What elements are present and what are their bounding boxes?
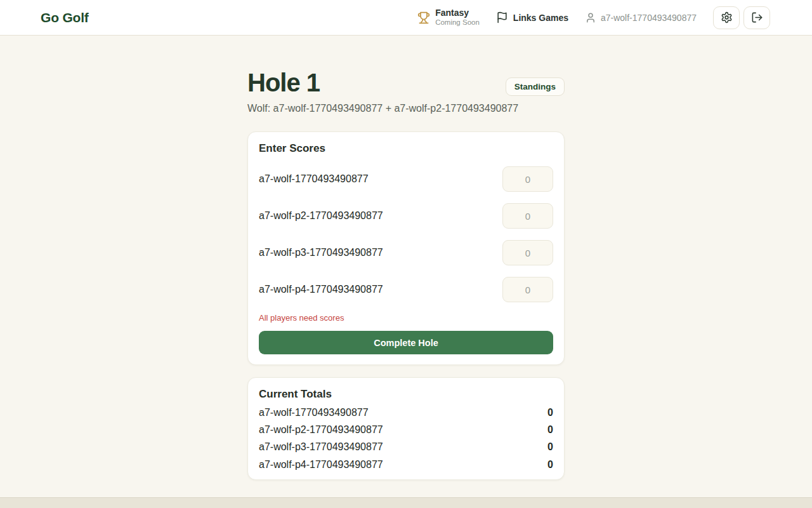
complete-hole-button[interactable]: Complete Hole <box>259 331 553 354</box>
score-input-p3[interactable] <box>502 240 553 265</box>
score-row: a7-wolf-p4-1770493490877 <box>259 277 553 302</box>
brand-logo[interactable]: Go Golf <box>41 10 89 25</box>
user-chip[interactable]: a7-wolf-1770493490877 <box>585 12 697 23</box>
total-player-name: a7-wolf-p4-1770493490877 <box>259 458 383 471</box>
total-player-name: a7-wolf-p2-1770493490877 <box>259 424 383 436</box>
total-row: a7-wolf-p2-1770493490877 0 <box>259 424 553 436</box>
validation-message: All players need scores <box>259 313 553 323</box>
total-row: a7-wolf-1770493490877 0 <box>259 406 553 418</box>
app-header: Go Golf Fantasy Coming Soon <box>0 0 812 36</box>
total-row: a7-wolf-p4-1770493490877 0 <box>259 458 553 471</box>
header-nav: Fantasy Coming Soon Links Games a7-wolf-… <box>417 6 770 29</box>
main-content: Hole 1 Standings Wolf: a7-wolf-177049349… <box>247 36 565 480</box>
total-value: 0 <box>547 441 553 453</box>
total-row: a7-wolf-p3-1770493490877 0 <box>259 441 553 453</box>
player-name: a7-wolf-p4-1770493490877 <box>259 284 383 295</box>
fantasy-label: Fantasy <box>435 8 480 18</box>
fantasy-sublabel: Coming Soon <box>435 18 480 27</box>
page-subtitle: Wolf: a7-wolf-1770493490877 + a7-wolf-p2… <box>247 103 565 114</box>
player-name: a7-wolf-1770493490877 <box>259 173 369 185</box>
score-input-p4[interactable] <box>502 277 553 302</box>
standings-button[interactable]: Standings <box>506 77 565 96</box>
score-input-p2[interactable] <box>502 203 553 229</box>
page-title: Hole 1 <box>247 69 320 97</box>
nav-item-links-games[interactable]: Links Games <box>496 11 568 23</box>
settings-button[interactable] <box>713 6 740 29</box>
score-row: a7-wolf-p3-1770493490877 <box>259 240 553 265</box>
score-input-p1[interactable] <box>502 166 553 192</box>
current-totals-card: Current Totals a7-wolf-1770493490877 0 a… <box>247 377 565 480</box>
nav-item-fantasy[interactable]: Fantasy Coming Soon <box>417 8 480 27</box>
enter-scores-card: Enter Scores a7-wolf-1770493490877 a7-wo… <box>247 131 565 365</box>
player-name: a7-wolf-p3-1770493490877 <box>259 247 383 258</box>
trophy-icon <box>417 11 430 24</box>
total-player-name: a7-wolf-1770493490877 <box>259 406 369 418</box>
gear-icon <box>721 11 733 23</box>
user-icon <box>585 12 596 23</box>
total-value: 0 <box>547 458 553 471</box>
player-name: a7-wolf-p2-1770493490877 <box>259 210 383 222</box>
total-player-name: a7-wolf-p3-1770493490877 <box>259 441 383 453</box>
logout-icon <box>751 11 763 23</box>
current-totals-heading: Current Totals <box>259 388 553 401</box>
score-row: a7-wolf-1770493490877 <box>259 166 553 192</box>
total-value: 0 <box>547 406 553 418</box>
flag-icon <box>496 11 508 23</box>
footer-strip <box>0 497 812 508</box>
enter-scores-heading: Enter Scores <box>259 142 553 155</box>
username-text: a7-wolf-1770493490877 <box>601 13 697 23</box>
links-games-label: Links Games <box>513 13 568 23</box>
total-value: 0 <box>547 424 553 436</box>
logout-button[interactable] <box>743 6 770 29</box>
score-row: a7-wolf-p2-1770493490877 <box>259 203 553 229</box>
